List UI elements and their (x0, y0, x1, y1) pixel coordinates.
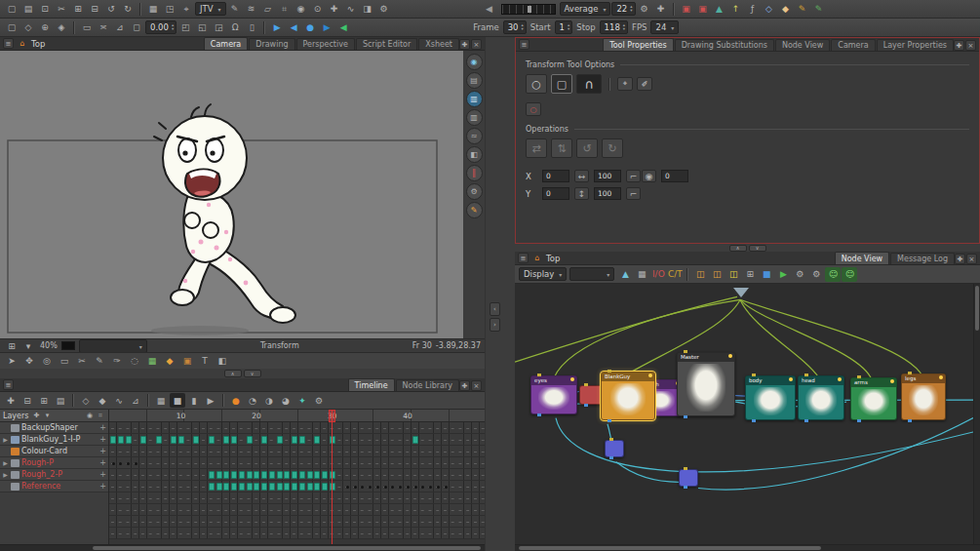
undo-icon[interactable]: ↺ (103, 2, 119, 17)
keyframe-cell[interactable] (330, 471, 335, 479)
node-peg[interactable] (605, 440, 624, 457)
add-sublayer-icon[interactable]: + (99, 470, 106, 479)
zoom-menu-icon[interactable]: ▾ (20, 338, 36, 353)
output-port[interactable] (804, 419, 808, 422)
layer-row-rough-2-p[interactable]: ▶Rough_2-P+ (0, 469, 108, 481)
keyframe-cell[interactable] (118, 436, 124, 444)
collapse-down-icon[interactable]: ∨ (749, 245, 766, 252)
keyframe-cell[interactable] (307, 483, 313, 491)
view-menu-icon[interactable]: ≡ (3, 379, 14, 390)
set-stop-motion-icon[interactable]: ⊿ (128, 393, 143, 408)
layer-row-rough-p[interactable]: ▶Rough-P+ (0, 457, 108, 469)
keyframe-cell[interactable] (254, 483, 259, 491)
keyframe-cell[interactable] (330, 483, 335, 491)
rotate-ccw-icon[interactable]: ↺ (576, 138, 598, 158)
pencil-tool-icon[interactable]: ✎ (92, 354, 107, 369)
node-body[interactable]: body (745, 375, 796, 420)
zoom-tool-icon[interactable]: ◎ (39, 354, 55, 369)
keyframe-cell[interactable] (322, 471, 328, 479)
grid-icon[interactable]: ▦ (145, 2, 161, 17)
deform-icon[interactable]: Ω (227, 20, 243, 35)
output-port[interactable] (609, 456, 613, 459)
input-port[interactable] (684, 467, 687, 470)
grid-row[interactable] (109, 492, 485, 504)
pencil-icon[interactable]: ✎ (227, 2, 243, 17)
close-view-icon[interactable]: × (965, 40, 976, 51)
smooth-icon[interactable]: ≋ (244, 2, 259, 17)
tab-timeline[interactable]: Timeline (348, 378, 395, 391)
node-settings-icon[interactable]: ⚙ (792, 267, 807, 282)
exposure-dot[interactable] (376, 486, 379, 489)
open-scene-icon[interactable]: ▤ (20, 2, 36, 17)
cut-icon[interactable]: ✂ (54, 2, 69, 17)
exposure-dot[interactable] (135, 462, 137, 465)
exposure-dot[interactable] (445, 486, 448, 489)
show-cables-icon[interactable]: C/T (667, 267, 683, 282)
exposure-dot[interactable] (119, 462, 122, 465)
timeline-hscroll-thumb[interactable] (93, 546, 481, 550)
composite-marker-icon[interactable] (733, 288, 749, 297)
grid-row[interactable] (109, 516, 485, 528)
stamp-tool-icon[interactable]: ▣ (179, 354, 195, 369)
keyframe-cell[interactable] (156, 436, 162, 444)
flip-vertical-icon[interactable]: ⇅ (551, 138, 572, 158)
bounding-box-icon[interactable]: ◻ (129, 20, 144, 35)
keyframe-cell[interactable] (292, 436, 297, 444)
camera-view-mode-icon[interactable]: ◉ (466, 54, 483, 70)
reset-view-icon[interactable]: ⌖ (178, 2, 194, 17)
edit-stack-icon[interactable]: ✎ (795, 2, 810, 17)
add-layer-icon[interactable]: ✚ (31, 411, 41, 420)
spinner-arrows-icon[interactable] (623, 23, 625, 31)
tab-camera[interactable]: Camera (204, 37, 248, 50)
start-input[interactable]: 1 (555, 20, 573, 34)
rotation-offset-input[interactable]: 0.00 (145, 20, 176, 34)
output-port[interactable] (857, 419, 861, 422)
exposure-dot[interactable] (384, 486, 387, 489)
pivot-reset-icon[interactable]: ◱ (194, 20, 210, 35)
add-sublayer-icon[interactable]: + (99, 458, 106, 467)
save-icon[interactable]: ⊡ (37, 2, 53, 17)
grid-row[interactable] (109, 446, 485, 457)
transform-tool-icon[interactable]: ➤ (4, 354, 20, 369)
exposure-dot[interactable] (414, 486, 417, 489)
close-view-icon[interactable]: × (471, 39, 482, 50)
copy-icon[interactable]: ⊞ (70, 2, 86, 17)
expand-arrow-icon[interactable]: ▶ (2, 459, 9, 466)
paste-mode-icon[interactable]: ▮ (186, 393, 202, 408)
keyframe-cell[interactable] (277, 483, 283, 491)
peg-smile-icon[interactable]: ☺ (825, 267, 841, 282)
onion-range-icon[interactable]: ◕ (278, 393, 294, 408)
keyframe-cell[interactable] (277, 436, 283, 444)
spinner-arrows-icon[interactable] (172, 23, 174, 31)
exposure-dot[interactable] (346, 486, 349, 489)
node-arms[interactable]: arms (850, 377, 897, 420)
antialias-dropdown[interactable]: JTV (195, 2, 226, 16)
colour-swatch[interactable] (61, 341, 75, 350)
spinner-arrows-icon[interactable] (522, 23, 524, 31)
node-canvas[interactable]: eyesmouthBlankGuyMasterbodyheadarmslegs (515, 284, 973, 544)
node-head[interactable]: head (798, 375, 844, 420)
curve-icon[interactable]: ∿ (343, 2, 359, 17)
layer-row-backupshaper[interactable]: BackupShaper+ (0, 422, 108, 434)
fps-dropdown[interactable]: 24 (650, 20, 679, 34)
keyframe-cell[interactable] (254, 471, 259, 479)
lasso-select-icon[interactable]: ○ (526, 74, 547, 94)
duplicate-layer-icon[interactable]: ⊞ (36, 393, 52, 408)
keyframe-cell[interactable] (216, 483, 222, 491)
tab-xsheet[interactable]: Xsheet (418, 38, 459, 50)
timeline-settings-icon[interactable]: ⚙ (311, 393, 327, 408)
close-view-icon[interactable]: × (966, 254, 977, 264)
keyframe-cell[interactable] (247, 483, 253, 491)
add-drawing-icon[interactable]: ✚ (327, 2, 342, 17)
edit-colour-icon[interactable]: ✎ (811, 2, 827, 17)
show-data-view-icon[interactable]: ▦ (153, 393, 169, 408)
onion-range-icon[interactable]: ▯ (244, 20, 259, 35)
input-port[interactable] (609, 438, 613, 441)
skew-icon[interactable]: ⊿ (112, 20, 128, 35)
node-hscroll[interactable] (515, 544, 980, 551)
keyframe-cell[interactable] (209, 471, 215, 479)
keyframe-cell[interactable] (223, 483, 229, 491)
view-settings-icon[interactable]: ⚙ (466, 183, 483, 200)
keyframe-cell[interactable] (284, 471, 290, 479)
keyframe-cell[interactable] (216, 471, 222, 479)
